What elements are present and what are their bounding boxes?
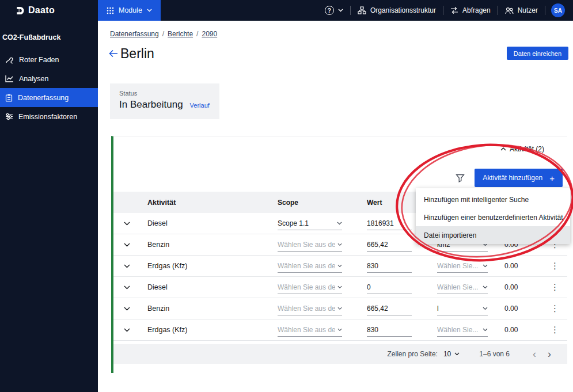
row-activity-name: Benzin xyxy=(141,305,271,313)
sidebar-item-label: Emissionsfaktoren xyxy=(18,113,77,121)
users-icon xyxy=(505,7,514,14)
page-title: Berlin xyxy=(120,46,154,62)
menu-item-intelligent-search[interactable]: Hinzufügen mit intelligenter Suche xyxy=(416,191,570,208)
sidebar-item-datenerfassung[interactable]: Datenerfassung xyxy=(0,88,98,107)
add-activity-button[interactable]: Aktivität hinzufügen + xyxy=(475,169,563,187)
row-unit-select[interactable]: Wählen Sie... xyxy=(437,324,488,337)
row-scope-select[interactable]: Wählen Sie aus de... xyxy=(278,281,342,294)
sidebar-item-label: Roter Faden xyxy=(19,56,59,64)
table-row: Diesel Wählen Sie aus de... 0 Wählen Sie… xyxy=(113,277,567,298)
row-value-input[interactable]: 0 xyxy=(367,281,412,294)
chevron-down-icon xyxy=(124,243,130,247)
nav-label: Organisationsstruktur xyxy=(370,6,436,14)
rows-per-page-select[interactable]: 10 xyxy=(443,350,460,358)
module-switcher-button[interactable]: Module xyxy=(98,0,161,21)
status-value: In Bearbeitung xyxy=(119,99,183,111)
chevron-down-icon xyxy=(483,264,488,268)
breadcrumb-link-berichte[interactable]: Berichte xyxy=(168,30,193,38)
breadcrumb-link-2090[interactable]: 2090 xyxy=(202,30,217,38)
factors-icon xyxy=(5,113,13,120)
row-menu-button[interactable]: ⋮ xyxy=(542,261,567,271)
menu-item-custom-activity[interactable]: Hinzufügen einer benutzerdefinierten Akt… xyxy=(416,208,570,226)
activity-panel: Aktivität (2) Aktivität hinzufügen + Akt… xyxy=(111,136,567,373)
chevron-down-icon xyxy=(337,264,342,268)
next-page-icon[interactable]: › xyxy=(542,349,557,359)
sidebar-item-analysen[interactable]: Analysen xyxy=(0,69,98,88)
row-activity-name: Erdgas (Kfz) xyxy=(141,262,271,270)
row-menu-button[interactable]: ⋮ xyxy=(542,282,567,292)
row-total: 0.00 xyxy=(498,326,542,334)
chevron-down-icon xyxy=(124,307,130,311)
row-activity-name: Diesel xyxy=(141,219,271,227)
row-expand-button[interactable] xyxy=(113,243,141,247)
sidebar-module-title: CO2-Fußabdruck xyxy=(0,21,98,50)
chevron-down-icon xyxy=(124,264,130,268)
row-value-input[interactable]: 830 xyxy=(367,324,412,337)
row-activity-name: Erdgas (Kfz) xyxy=(141,326,271,334)
breadcrumb-link-datenerfassung[interactable]: Datenerfassung xyxy=(110,30,159,38)
row-scope-select[interactable]: Scope 1.1 xyxy=(278,217,342,230)
row-scope-select[interactable]: Wählen Sie aus de... xyxy=(278,302,342,315)
row-expand-button[interactable] xyxy=(113,222,141,226)
chevron-down-icon xyxy=(483,307,488,310)
row-expand-button[interactable] xyxy=(113,264,141,268)
table-row: Benzin Wählen Sie aus de... 665,42 l 0.0… xyxy=(113,298,567,319)
chart-icon xyxy=(5,75,14,82)
chevron-down-icon xyxy=(338,9,343,12)
row-unit-select[interactable]: Wählen Sie... xyxy=(437,281,488,294)
column-header-aktivitaet: Aktivität xyxy=(141,199,271,207)
help-icon: ? xyxy=(325,6,334,15)
nav-nutzer[interactable]: Nutzer xyxy=(498,0,545,21)
main-content: Datenerfassung / Berichte / 2090 Berlin … xyxy=(98,21,573,392)
row-expand-button[interactable] xyxy=(113,286,141,290)
status-card: Status In Bearbeitung Verlauf xyxy=(110,83,219,119)
row-unit-select[interactable]: Wählen Sie... xyxy=(437,260,488,273)
nav-abfragen[interactable]: Abfragen xyxy=(443,0,498,21)
sidebar-item-emissionsfaktoren[interactable]: Emissionsfaktoren xyxy=(0,107,98,126)
row-value-input[interactable]: 665,42 xyxy=(367,302,412,315)
row-value-input[interactable]: 665,42 xyxy=(367,238,412,252)
nav-label: Nutzer xyxy=(518,6,538,14)
chevron-down-icon xyxy=(337,222,342,225)
nav-organisationsstruktur[interactable]: Organisationsstruktur xyxy=(351,0,443,21)
row-value-input[interactable]: 1816931 xyxy=(367,217,412,230)
sidebar: CO2-Fußabdruck Roter Faden Analysen Date… xyxy=(0,21,98,392)
sidebar-item-roter-faden[interactable]: Roter Faden xyxy=(0,50,98,69)
add-activity-label: Aktivität hinzufügen xyxy=(483,174,542,182)
table-row: Erdgas (Kfz) Wählen Sie aus de... 830 Wä… xyxy=(113,319,567,341)
row-unit-select[interactable]: l xyxy=(437,302,488,315)
kebab-icon: ⋮ xyxy=(551,261,559,271)
module-label: Module xyxy=(119,6,142,14)
back-arrow-icon[interactable] xyxy=(109,50,118,58)
sidebar-item-label: Datenerfassung xyxy=(18,94,69,102)
sidebar-item-label: Analysen xyxy=(19,75,48,83)
plus-icon: + xyxy=(549,174,555,182)
chevron-down-icon xyxy=(124,222,130,226)
topbar: Daato Module ? Organisationsstruktur xyxy=(0,0,573,21)
help-menu[interactable]: ? xyxy=(318,0,350,21)
row-value-input[interactable]: 830 xyxy=(367,260,412,273)
row-total: 0.00 xyxy=(498,305,542,313)
chevron-down-icon xyxy=(124,328,130,332)
submit-data-button[interactable]: Daten einreichen xyxy=(507,47,568,60)
history-link[interactable]: Verlauf xyxy=(190,102,210,109)
row-scope-select[interactable]: Wählen Sie aus de... xyxy=(278,260,342,273)
row-expand-button[interactable] xyxy=(113,328,141,332)
user-avatar[interactable]: SA xyxy=(551,3,565,17)
clipboard-icon xyxy=(5,94,13,102)
status-label: Status xyxy=(119,90,210,97)
chevron-down-icon xyxy=(337,307,342,310)
filter-icon[interactable] xyxy=(456,174,465,182)
row-menu-button[interactable]: ⋮ xyxy=(542,325,567,335)
activity-section-toggle[interactable]: Aktivität (2) xyxy=(500,145,544,153)
row-scope-select[interactable]: Wählen Sie aus de... xyxy=(278,324,342,337)
chevron-down-icon xyxy=(337,328,342,332)
chevron-up-icon xyxy=(500,147,506,151)
menu-item-import-file[interactable]: Datei importieren xyxy=(416,226,570,244)
table-row: Erdgas (Kfz) Wählen Sie aus de... 830 Wä… xyxy=(113,256,567,277)
daato-logo-icon xyxy=(16,6,24,15)
row-menu-button[interactable]: ⋮ xyxy=(542,303,567,314)
prev-page-icon[interactable]: ‹ xyxy=(527,349,542,359)
row-expand-button[interactable] xyxy=(113,307,141,311)
row-scope-select[interactable]: Wählen Sie aus de... xyxy=(278,238,342,252)
